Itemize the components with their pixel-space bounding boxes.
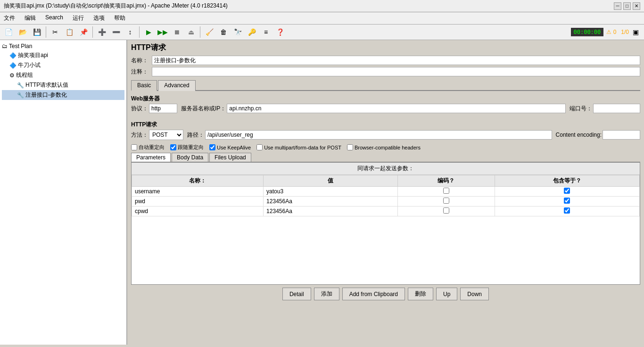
start-no-pause-button[interactable]: ▶▶: [156, 25, 169, 39]
menu-options[interactable]: 选项: [91, 13, 107, 23]
clear-all-button[interactable]: 🗑: [217, 25, 230, 39]
http-form-title: HTTP请求: [131, 43, 640, 53]
row1-include-check[interactable]: [564, 188, 570, 194]
choujiang-icon: 🔷: [9, 52, 17, 59]
up-button[interactable]: Up: [436, 288, 457, 300]
browser-headers-text: Browser-compatible headers: [355, 145, 421, 150]
menu-file[interactable]: 文件: [2, 13, 17, 23]
protocol-label: 协议：: [131, 105, 148, 113]
protocol-input[interactable]: [149, 104, 177, 113]
stop-button[interactable]: ⏹: [170, 25, 183, 39]
method-select[interactable]: GET POST PUT DELETE: [149, 130, 183, 140]
open-button[interactable]: 📂: [16, 25, 29, 39]
help-button[interactable]: ❓: [273, 25, 287, 39]
row1-value: yatou3: [264, 187, 398, 197]
method-group: 方法： GET POST PUT DELETE: [131, 130, 183, 140]
menu-help[interactable]: 帮助: [112, 13, 127, 23]
bottom-buttons: Detail 添加 Add from Clipboard 删除 Up Down: [131, 285, 640, 303]
auto-redirect-checkbox[interactable]: [131, 144, 137, 150]
maximize-button[interactable]: □: [623, 2, 631, 10]
tab-files-upload[interactable]: Files Upload: [209, 153, 251, 162]
browser-headers-checkbox[interactable]: [347, 144, 353, 150]
start-button[interactable]: ▶: [142, 25, 155, 39]
protocol-group: 协议：: [131, 104, 177, 113]
tree-item-register[interactable]: 🔧 注册接口-参数化: [2, 90, 124, 100]
follow-redirect-text: 跟随重定向: [178, 144, 204, 151]
row3-include: [495, 207, 639, 216]
name-input[interactable]: [152, 56, 640, 65]
niudao-icon: 🔷: [9, 62, 17, 69]
tree-item-choujiang[interactable]: 🔷 抽奖项目api: [2, 50, 124, 60]
menu-bar: 文件 编辑 Search 运行 选项 帮助: [0, 12, 644, 25]
tab-parameters[interactable]: Parameters: [131, 153, 171, 162]
comment-input[interactable]: [152, 67, 640, 76]
copy-button[interactable]: 📋: [63, 25, 76, 39]
tree-item-test-plan[interactable]: 🗂 Test Plan: [2, 42, 124, 50]
xiancheng-label: 线程组: [16, 71, 33, 79]
collapse-button[interactable]: ➖: [109, 25, 123, 39]
main-tab-bar: Basic Advanced: [131, 79, 640, 91]
auto-redirect-label[interactable]: 自动重定向: [131, 144, 165, 151]
inner-tab-bar: Parameters Body Data Files Upload: [131, 153, 640, 162]
row2-include-check[interactable]: [564, 198, 570, 204]
minimize-button[interactable]: ─: [614, 2, 621, 10]
server-input[interactable]: [227, 104, 566, 113]
expand-button[interactable]: ➕: [95, 25, 108, 39]
port-group: 端口号：: [570, 104, 640, 113]
tree-item-niudao[interactable]: 🔷 牛刀小试: [2, 60, 124, 70]
save-button[interactable]: 💾: [30, 25, 43, 39]
delete-button[interactable]: 删除: [408, 288, 433, 300]
separator-2: [92, 26, 93, 38]
browser-headers-label[interactable]: Browser-compatible headers: [347, 144, 421, 150]
toggle-button[interactable]: ↕: [124, 25, 137, 39]
row1-encode: [397, 187, 495, 197]
multipart-checkbox[interactable]: [256, 144, 263, 150]
tab-body-data[interactable]: Body Data: [172, 153, 208, 162]
row2-value: 123456Aa: [264, 197, 398, 207]
follow-redirect-label[interactable]: 跟随重定向: [170, 144, 204, 151]
path-input[interactable]: [205, 130, 552, 140]
toolbar-end-button[interactable]: ▣: [629, 25, 642, 39]
port-input[interactable]: [593, 104, 640, 113]
param-table-header: 同请求一起发送参数：: [132, 163, 640, 175]
tree-item-xiancheng[interactable]: ⚙ 线程组: [2, 70, 124, 80]
keepalive-label[interactable]: Use KeepAlive: [209, 144, 251, 150]
new-button[interactable]: 📄: [2, 25, 15, 39]
tab-advanced[interactable]: Advanced: [158, 80, 195, 91]
niudao-label: 牛刀小试: [18, 61, 41, 69]
add-from-clipboard-button[interactable]: Add from Clipboard: [342, 288, 405, 300]
detail-button[interactable]: Detail: [282, 288, 311, 300]
main-layout: 🗂 Test Plan 🔷 抽奖项目api 🔷 牛刀小试 ⚙ 线程组 🔧 HTT…: [0, 40, 644, 345]
paste-button[interactable]: 📌: [77, 25, 90, 39]
name-row: 名称：: [131, 56, 640, 65]
tree-item-http-default[interactable]: 🔧 HTTP请求默认值: [2, 80, 124, 90]
xiancheng-icon: ⚙: [9, 72, 15, 79]
menu-edit[interactable]: 编辑: [23, 13, 38, 23]
separator-4: [200, 26, 200, 38]
encoding-input[interactable]: [603, 130, 640, 140]
down-button[interactable]: Down: [460, 288, 489, 300]
tab-basic[interactable]: Basic: [131, 80, 157, 91]
multipart-label[interactable]: Use multipart/form-data for POST: [256, 144, 341, 150]
function-helper-button[interactable]: 🔑: [245, 25, 258, 39]
window-controls: ─ □ ✕: [614, 2, 640, 10]
cut-button[interactable]: ✂: [49, 25, 62, 39]
row1-encode-check[interactable]: [443, 188, 449, 194]
row2-encode-check[interactable]: [443, 198, 449, 204]
shutdown-button[interactable]: ⏏: [184, 25, 198, 39]
row3-encode-check[interactable]: [443, 207, 449, 214]
toolbar: 📄 📂 💾 ✂ 📋 📌 ➕ ➖ ↕ ▶ ▶▶ ⏹ ⏏ 🧹 🗑 🔭 🔑 ≡ ❓ 0…: [0, 25, 644, 40]
keepalive-checkbox[interactable]: [209, 144, 215, 150]
path-group: 路径：: [187, 130, 552, 140]
menu-run[interactable]: 运行: [71, 13, 86, 23]
close-button[interactable]: ✕: [633, 2, 640, 10]
follow-redirect-checkbox[interactable]: [170, 144, 176, 150]
add-button[interactable]: 添加: [314, 288, 339, 300]
template-button[interactable]: ≡: [259, 25, 272, 39]
remote-start-button[interactable]: 🔭: [231, 25, 244, 39]
clear-button[interactable]: 🧹: [203, 25, 216, 39]
menu-search[interactable]: Search: [43, 13, 65, 23]
row3-include-check[interactable]: [564, 207, 570, 214]
col-name: 名称：: [132, 175, 264, 187]
param-area: 同请求一起发送参数： 名称： 值 编码？ 包含等于？ username: [131, 162, 640, 285]
